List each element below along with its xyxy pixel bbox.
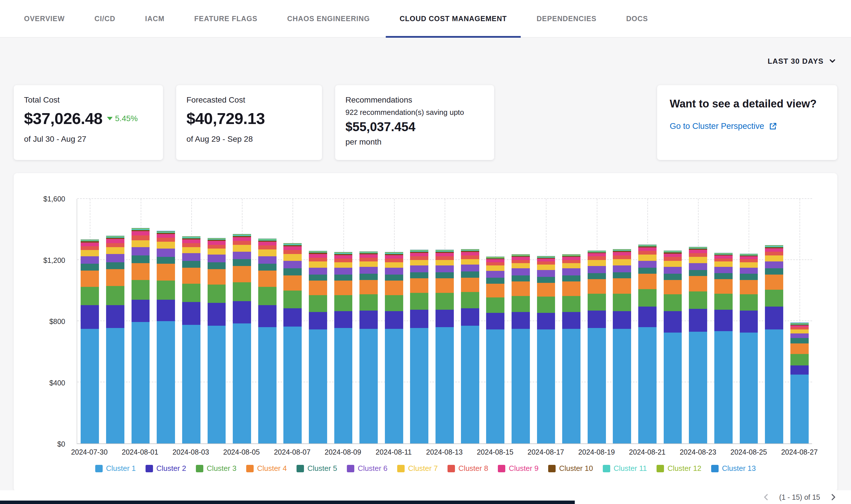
- legend-label: Cluster 1: [106, 464, 136, 473]
- legend-label: Cluster 4: [257, 464, 287, 473]
- y-tick-label: $1,600: [44, 195, 65, 203]
- legend-item-cluster-11[interactable]: Cluster 11: [603, 464, 647, 473]
- external-link-icon: [769, 122, 777, 130]
- legend-swatch-icon: [145, 465, 153, 472]
- bar-2024-08-02[interactable]: [157, 199, 175, 444]
- date-range-label: LAST 30 DAYS: [768, 57, 824, 66]
- total-cost-period: of Jul 30 - Aug 27: [24, 134, 153, 144]
- toolbar: LAST 30 DAYS: [0, 38, 851, 69]
- bar-2024-08-21[interactable]: [638, 199, 657, 444]
- bar-2024-08-19[interactable]: [588, 199, 606, 444]
- bar-2024-08-04[interactable]: [208, 199, 226, 444]
- bar-2024-08-12[interactable]: [410, 199, 428, 444]
- bar-2024-08-16[interactable]: [511, 199, 530, 444]
- date-range-dropdown[interactable]: LAST 30 DAYS: [768, 54, 836, 69]
- bar-2024-08-27[interactable]: [791, 199, 809, 444]
- cost-chart-panel: $0$400$800$1,200$1,600 2024-07-302024-08…: [14, 173, 837, 491]
- legend-item-cluster-7[interactable]: Cluster 7: [397, 464, 438, 473]
- chevron-left-icon: [762, 493, 770, 501]
- total-cost-delta: 5.45%: [107, 114, 138, 123]
- bar-2024-08-11[interactable]: [385, 199, 403, 444]
- legend-item-cluster-8[interactable]: Cluster 8: [448, 464, 488, 473]
- bar-2024-08-07[interactable]: [283, 199, 302, 444]
- x-tick-label: 2024-08-13: [426, 448, 463, 456]
- legend-label: Cluster 3: [207, 464, 237, 473]
- x-tick-label: 2024-08-07: [274, 448, 311, 456]
- tab-iacm[interactable]: IACM: [130, 0, 179, 37]
- chevron-down-icon: [829, 57, 836, 65]
- x-tick-label: 2024-08-27: [781, 448, 818, 456]
- recommendations-suffix: per month: [345, 138, 484, 147]
- recommendations-value: $55,037.454: [345, 120, 484, 134]
- cluster-perspective-link-label: Go to Cluster Perspective: [670, 122, 764, 131]
- legend-item-cluster-4[interactable]: Cluster 4: [246, 464, 287, 473]
- legend-swatch-icon: [498, 465, 505, 472]
- pagination-prev-button[interactable]: [761, 493, 771, 501]
- tab-docs[interactable]: DOCS: [611, 0, 663, 37]
- bar-2024-08-06[interactable]: [258, 199, 277, 444]
- x-tick-label: 2024-08-03: [172, 448, 209, 456]
- bar-2024-08-26[interactable]: [765, 199, 783, 444]
- tab-cloud-cost-management[interactable]: CLOUD COST MANAGEMENT: [385, 0, 522, 37]
- x-tick-label: 2024-08-19: [578, 448, 615, 456]
- x-tick-label: 2024-08-05: [223, 448, 260, 456]
- tab-cicd[interactable]: CI/CD: [80, 0, 130, 37]
- bar-2024-08-03[interactable]: [182, 199, 201, 444]
- legend-item-cluster-12[interactable]: Cluster 12: [657, 464, 701, 473]
- total-cost-value: $37,026.48: [24, 109, 102, 128]
- legend-item-cluster-2[interactable]: Cluster 2: [145, 464, 186, 473]
- bar-2024-08-14[interactable]: [461, 199, 479, 444]
- legend-item-cluster-3[interactable]: Cluster 3: [196, 464, 237, 473]
- forecasted-cost-card: Forecasted Cost $40,729.13 of Aug 29 - S…: [176, 85, 322, 160]
- bar-2024-08-24[interactable]: [714, 199, 733, 444]
- bar-2024-08-18[interactable]: [562, 199, 580, 444]
- bar-2024-08-23[interactable]: [689, 199, 707, 444]
- legend-item-cluster-13[interactable]: Cluster 13: [711, 464, 756, 473]
- recommendations-card: Recommendations 922 recommendation(s) sa…: [335, 85, 494, 160]
- legend-label: Cluster 9: [509, 464, 538, 473]
- legend-swatch-icon: [657, 465, 664, 472]
- tab-dependencies[interactable]: DEPENDENCIES: [522, 0, 611, 37]
- bar-2024-08-15[interactable]: [486, 199, 504, 444]
- bar-2024-08-10[interactable]: [360, 199, 378, 444]
- bar-2024-08-08[interactable]: [309, 199, 327, 444]
- forecasted-cost-title: Forecasted Cost: [187, 95, 312, 105]
- legend-swatch-icon: [297, 465, 304, 472]
- bar-2024-08-13[interactable]: [435, 199, 454, 444]
- x-tick-label: 2024-08-25: [730, 448, 767, 456]
- bar-2024-08-20[interactable]: [613, 199, 631, 444]
- bar-2024-08-05[interactable]: [233, 199, 251, 444]
- legend-item-cluster-9[interactable]: Cluster 9: [498, 464, 538, 473]
- pagination-next-button[interactable]: [828, 493, 838, 501]
- legend-label: Cluster 12: [667, 464, 701, 473]
- legend-item-cluster-6[interactable]: Cluster 6: [347, 464, 387, 473]
- legend-item-cluster-5[interactable]: Cluster 5: [297, 464, 337, 473]
- legend-item-cluster-10[interactable]: Cluster 10: [548, 464, 593, 473]
- ccm-overview-page: OVERVIEW CI/CD IACM FEATURE FLAGS CHAOS …: [0, 0, 851, 504]
- chart-plot: [76, 199, 812, 444]
- legend-item-cluster-1[interactable]: Cluster 1: [95, 464, 136, 473]
- trend-down-icon: [107, 117, 113, 120]
- legend-swatch-icon: [711, 465, 718, 472]
- y-axis: $0$400$800$1,200$1,600: [14, 199, 71, 444]
- bar-2024-07-30[interactable]: [81, 199, 99, 444]
- bar-2024-08-22[interactable]: [664, 199, 682, 444]
- total-cost-title: Total Cost: [24, 95, 153, 105]
- legend-swatch-icon: [246, 465, 254, 472]
- bar-2024-08-09[interactable]: [334, 199, 352, 444]
- total-cost-card: Total Cost $37,026.48 5.45% of Jul 30 - …: [14, 85, 163, 160]
- bar-2024-08-01[interactable]: [132, 199, 150, 444]
- tab-feature-flags[interactable]: FEATURE FLAGS: [179, 0, 272, 37]
- x-tick-label: 2024-08-09: [325, 448, 361, 456]
- tab-overview[interactable]: OVERVIEW: [9, 0, 80, 37]
- legend-label: Cluster 13: [722, 464, 756, 473]
- recommendations-title: Recommendations: [345, 95, 484, 105]
- bar-2024-08-25[interactable]: [740, 199, 758, 444]
- chart-legend: Cluster 1Cluster 2Cluster 3Cluster 4Clus…: [14, 464, 837, 473]
- tab-chaos-engineering[interactable]: CHAOS ENGINEERING: [272, 0, 385, 37]
- bar-2024-08-17[interactable]: [537, 199, 555, 444]
- cluster-perspective-link[interactable]: Go to Cluster Perspective: [670, 122, 825, 131]
- x-tick-label: 2024-08-17: [527, 448, 564, 456]
- forecasted-cost-value: $40,729.13: [187, 109, 265, 128]
- bar-2024-07-31[interactable]: [106, 199, 124, 444]
